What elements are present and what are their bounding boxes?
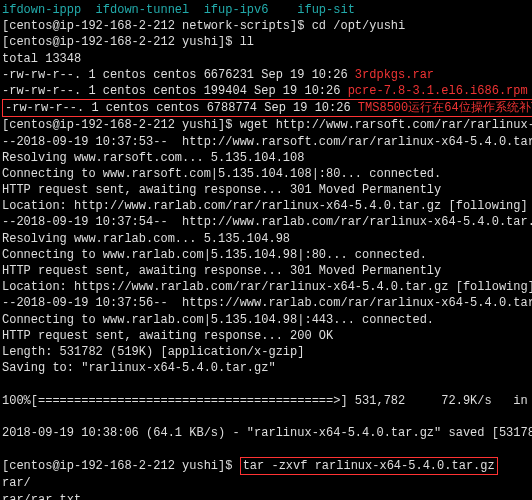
ls-row: -rw-rw-r--. 1 centos centos 6676231 Sep … [2, 67, 530, 83]
tar-output: rar/rar/rar.txtrar/license.txtrar/readme… [2, 475, 530, 500]
prompt-line: [centos@ip-192-168-2-212 yushi]$ tar -zx… [2, 457, 530, 475]
output-line: Location: http://www.rarlab.com/rar/rarl… [2, 198, 530, 214]
output-line: rar/ [2, 475, 530, 491]
output-line: Resolving www.rarlab.com... 5.135.104.98 [2, 231, 530, 247]
output-line: --2018-09-19 10:37:56-- https://www.rarl… [2, 295, 530, 311]
wget-output: --2018-09-19 10:37:53-- http://www.rarso… [2, 134, 530, 458]
output-line [2, 409, 530, 425]
output-line: HTTP request sent, awaiting response... … [2, 263, 530, 279]
output-line: Connecting to www.rarlab.com|5.135.104.9… [2, 247, 530, 263]
ls-row: -rw-rw-r--. 1 centos centos 199404 Sep 1… [2, 83, 530, 99]
output-line: Resolving www.rarsoft.com... 5.135.104.1… [2, 150, 530, 166]
output-line: --2018-09-19 10:37:54-- http://www.rarla… [2, 214, 530, 230]
ls-output: -rw-rw-r--. 1 centos centos 6676231 Sep … [2, 67, 530, 118]
output-line: ifdown-ippp ifdown-tunnel ifup-ipv6 ifup… [2, 2, 530, 18]
output-line: Saving to: "rarlinux-x64-5.4.0.tar.gz" [2, 360, 530, 376]
output-line: --2018-09-19 10:37:53-- http://www.rarso… [2, 134, 530, 150]
output-line: Connecting to www.rarlab.com|5.135.104.9… [2, 312, 530, 328]
highlighted-ls-row: -rw-rw-r--. 1 centos centos 6788774 Sep … [2, 99, 532, 117]
output-line: HTTP request sent, awaiting response... … [2, 328, 530, 344]
output-line: HTTP request sent, awaiting response... … [2, 182, 530, 198]
prompt-line: [centos@ip-192-168-2-212 yushi]$ ll [2, 34, 530, 50]
ls-row: -rw-rw-r--. 1 centos centos 6788774 Sep … [2, 99, 530, 117]
output-line: 2018-09-19 10:38:06 (64.1 KB/s) - "rarli… [2, 425, 530, 441]
output-line [2, 376, 530, 392]
output-line: 100%[===================================… [2, 393, 530, 409]
prompt-line: [centos@ip-192-168-2-212 network-scripts… [2, 18, 530, 34]
output-line: total 13348 [2, 51, 530, 67]
output-line: Connecting to www.rarsoft.com|5.135.104.… [2, 166, 530, 182]
output-line: rar/rar.txt [2, 492, 530, 500]
output-line [2, 441, 530, 457]
prompt-line: [centos@ip-192-168-2-212 yushi]$ wget ht… [2, 117, 530, 133]
output-line: Length: 531782 (519K) [application/x-gzi… [2, 344, 530, 360]
highlighted-command: tar -zxvf rarlinux-x64-5.4.0.tar.gz [240, 457, 498, 475]
output-line: Location: https://www.rarlab.com/rar/rar… [2, 279, 530, 295]
